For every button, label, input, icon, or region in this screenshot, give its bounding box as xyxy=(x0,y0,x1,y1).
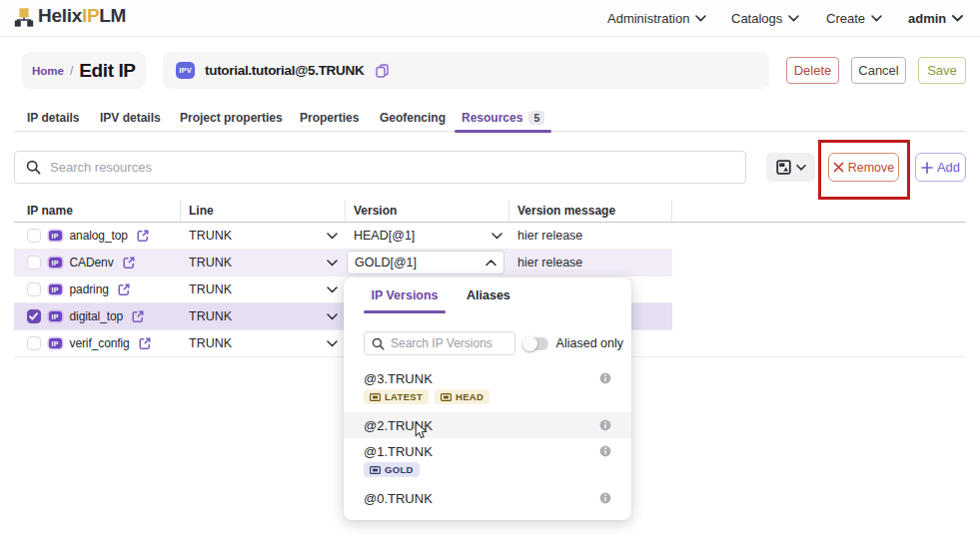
row-checkbox[interactable] xyxy=(27,229,41,243)
column-header-line: Line xyxy=(181,200,346,222)
external-link-icon[interactable] xyxy=(139,337,151,349)
panel-tab-label: Aliases xyxy=(467,288,510,302)
panel-tab-bar: IP Versions Aliases xyxy=(344,277,631,313)
line-value: TRUNK xyxy=(189,282,232,296)
cancel-button[interactable]: Cancel xyxy=(851,57,906,84)
add-button[interactable]: Add xyxy=(915,153,966,182)
line-value: TRUNK xyxy=(189,336,232,350)
ip-name: digital_top xyxy=(70,309,124,323)
nav-user-menu[interactable]: admin xyxy=(908,0,963,36)
line-select[interactable]: TRUNK xyxy=(189,309,338,323)
nav-catalogs[interactable]: Catalogs xyxy=(731,0,799,36)
alias-badge-gold: GOLD xyxy=(364,462,420,477)
ip-version-list: @3.TRUNK LATEST HEAD @2.TRUNK @1.TRUNK xyxy=(344,365,631,511)
tab-geofencing[interactable]: Geofencing xyxy=(373,104,453,132)
list-item-version[interactable]: @3.TRUNK LATEST HEAD xyxy=(344,365,631,412)
version-badges: LATEST HEAD xyxy=(364,389,611,412)
panel-tab-ip-versions[interactable]: IP Versions xyxy=(364,277,446,313)
tag-icon xyxy=(441,393,452,401)
list-item-version[interactable]: @0.TRUNK xyxy=(344,485,631,511)
ip-type-badge: IP xyxy=(49,311,62,322)
external-link-icon[interactable] xyxy=(137,230,149,242)
nav-create-label: Create xyxy=(826,11,865,26)
tab-ip-details[interactable]: IP details xyxy=(20,104,86,132)
tab-ipv-details[interactable]: IPV details xyxy=(93,104,168,132)
column-header-version-message: Version message xyxy=(509,200,672,222)
tab-label: Project properties xyxy=(180,111,283,125)
resources-toolbar: Remove Add xyxy=(0,151,980,184)
badge-label: GOLD xyxy=(385,464,414,475)
info-icon[interactable] xyxy=(599,372,611,384)
alias-badge-latest: LATEST xyxy=(364,389,429,404)
nav-create[interactable]: Create xyxy=(826,0,882,36)
list-item-version-hovered[interactable]: @2.TRUNK xyxy=(344,412,631,438)
panel-tab-aliases[interactable]: Aliases xyxy=(459,277,518,313)
chevron-down-icon xyxy=(491,233,502,240)
version-select[interactable]: HEAD[@1] xyxy=(354,229,502,243)
search-ip-versions-input[interactable] xyxy=(391,336,500,350)
version-name: @1.TRUNK xyxy=(364,444,433,459)
line-select[interactable]: TRUNK xyxy=(189,282,338,296)
list-item-version[interactable]: @1.TRUNK GOLD xyxy=(344,438,631,485)
tab-resources[interactable]: Resources5 xyxy=(455,104,551,132)
row-checkbox-checked[interactable] xyxy=(27,309,41,323)
search-icon xyxy=(26,160,41,175)
version-badges: GOLD xyxy=(364,462,611,485)
version-message: hier release xyxy=(517,256,582,270)
add-label: Add xyxy=(937,160,960,175)
breadcrumb: Home / Edit IP xyxy=(22,52,146,89)
tag-icon xyxy=(370,393,381,401)
info-icon[interactable] xyxy=(599,419,611,431)
tab-label: Properties xyxy=(300,111,359,125)
panel-search-row: Aliased only xyxy=(364,331,623,355)
chevron-down-icon xyxy=(327,233,338,240)
alias-badge-head: HEAD xyxy=(435,389,490,404)
version-dropdown-panel: IP Versions Aliases Aliased only @3.TRUN… xyxy=(344,277,631,520)
info-icon[interactable] xyxy=(599,492,611,504)
external-link-icon[interactable] xyxy=(118,283,130,295)
ip-name: padring xyxy=(70,282,109,296)
info-icon[interactable] xyxy=(599,445,611,457)
line-value: TRUNK xyxy=(189,309,232,323)
search-icon xyxy=(372,337,385,350)
nav-catalogs-label: Catalogs xyxy=(731,11,782,26)
remove-label: Remove xyxy=(848,161,895,175)
chevron-up-icon xyxy=(486,260,496,267)
view-options-button[interactable] xyxy=(766,153,815,182)
version-select-open[interactable]: GOLD[@1] xyxy=(347,251,504,274)
row-checkbox[interactable] xyxy=(27,336,41,350)
remove-button[interactable]: Remove xyxy=(828,153,899,182)
line-value: TRUNK xyxy=(189,229,232,243)
tag-icon xyxy=(370,466,381,474)
row-checkbox[interactable] xyxy=(27,282,41,296)
table-row: IP analog_top TRUNK HEAD[@1] hier releas… xyxy=(14,223,966,250)
line-select[interactable]: TRUNK xyxy=(189,229,338,243)
nav-administration[interactable]: Administration xyxy=(607,0,706,36)
chevron-down-icon xyxy=(327,286,338,293)
tab-label: IPV details xyxy=(100,111,161,125)
chevron-down-icon xyxy=(695,15,706,22)
line-select[interactable]: TRUNK xyxy=(189,336,338,350)
ip-name: CADenv xyxy=(70,256,114,270)
external-link-icon[interactable] xyxy=(132,310,144,322)
search-resources-input[interactable] xyxy=(50,160,734,175)
aliased-only-label: Aliased only xyxy=(556,336,623,350)
x-icon xyxy=(833,162,844,173)
badge-label: HEAD xyxy=(456,391,484,402)
top-nav: Administration Catalogs Create admin xyxy=(0,0,980,36)
external-link-icon[interactable] xyxy=(123,257,135,269)
copy-icon[interactable] xyxy=(376,64,389,78)
tab-properties[interactable]: Properties xyxy=(293,104,366,132)
tab-project-properties[interactable]: Project properties xyxy=(173,104,290,132)
page-header-row: Home / Edit IP IPV tutorial.tutorial@5.T… xyxy=(14,52,966,89)
nav-administration-label: Administration xyxy=(607,11,689,26)
aliased-only-toggle[interactable] xyxy=(523,337,548,350)
breadcrumb-home-link[interactable]: Home xyxy=(32,65,64,77)
edit-ip-page: HelixIPLM Administration Catalogs Create… xyxy=(0,0,980,547)
version-message: hier release xyxy=(517,229,582,243)
row-checkbox[interactable] xyxy=(27,256,41,270)
line-select[interactable]: TRUNK xyxy=(189,256,338,270)
chevron-down-icon xyxy=(327,340,338,347)
save-button[interactable]: Save xyxy=(918,57,966,84)
delete-button[interactable]: Delete xyxy=(786,57,839,84)
